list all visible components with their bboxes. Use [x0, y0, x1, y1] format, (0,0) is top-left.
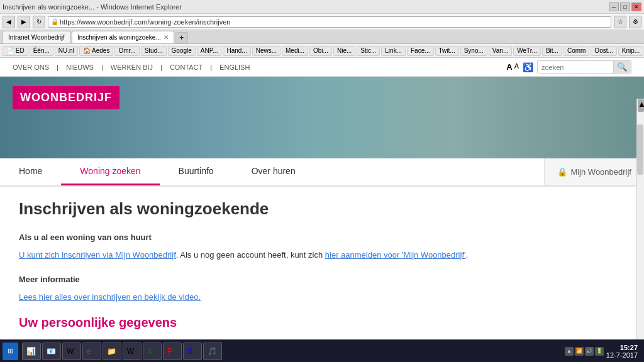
font-large-btn[interactable]: A — [506, 62, 512, 72]
taskbar-item-7[interactable]: X — [143, 343, 162, 360]
close-button[interactable]: ✕ — [631, 3, 641, 11]
taskbar-item-4[interactable]: e — [82, 343, 101, 360]
bookmark-link[interactable]: Link... — [381, 46, 406, 56]
taskbar-item-1[interactable]: 📊 — [22, 343, 41, 360]
bookmark-wetr[interactable]: WeTr... — [513, 46, 541, 56]
bookmark-google[interactable]: Google — [168, 46, 196, 56]
logo-box[interactable]: WOONBEDRIJF — [13, 86, 119, 109]
bookmark-omr[interactable]: Omr... — [114, 46, 139, 56]
tab-close-button[interactable]: ✕ — [164, 34, 169, 41]
browser-window: Inschrijven als woningzoeke... - Windows… — [0, 0, 644, 362]
accessibility-icon[interactable]: ♿ — [523, 62, 533, 72]
taskbar-item-9[interactable]: S — [183, 343, 202, 360]
new-tab-button[interactable]: + — [175, 32, 188, 43]
back-button[interactable]: ◀ — [3, 16, 15, 28]
window-controls: ─ □ ✕ — [609, 3, 641, 11]
bookmark-knip[interactable]: Knip... — [618, 46, 643, 56]
refresh-button[interactable]: ↻ — [33, 16, 45, 28]
site-header: WOONBEDRIJF — [0, 77, 644, 158]
nav-over-huren[interactable]: Over huren — [233, 158, 314, 185]
search-input[interactable] — [538, 62, 613, 72]
bookmark-comm[interactable]: Comm — [564, 46, 589, 56]
bookmark-aedes[interactable]: 🏠 Aedes — [79, 46, 114, 56]
link-lees-meer[interactable]: Lees hier alles over inschrijven en beki… — [19, 292, 201, 302]
link-aanmelden-mijn[interactable]: hier aanmelden voor 'Mijn Woonbedrijf' — [325, 250, 466, 260]
nav-woning-zoeken[interactable]: Woning zoeken — [61, 158, 159, 185]
scrollbar[interactable]: ▲ — [636, 99, 644, 362]
taskbar-item-6[interactable]: W — [123, 343, 142, 360]
tab-label-2: Inschrijven als woningzoeke... — [77, 34, 161, 41]
bookmark-oost[interactable]: Oost... — [591, 46, 616, 56]
nav-buurtinfo[interactable]: Buurtinfo — [160, 158, 233, 185]
bookmark-syno[interactable]: Syno... — [460, 46, 487, 56]
address-bar[interactable]: 🔒 https://www.woonbedrijf.com/woning-zoe… — [48, 16, 611, 28]
bookmark-een[interactable]: Één... — [30, 46, 53, 56]
taskbar-item-5[interactable]: 📁 — [103, 343, 121, 360]
link-inschrijven-mijn[interactable]: U kunt zich inschrijven via Mijn Woonbed… — [19, 250, 176, 260]
font-small-btn[interactable]: A — [514, 62, 519, 72]
start-button[interactable]: ⊞ — [3, 343, 18, 360]
search-button[interactable]: 🔍 — [613, 61, 631, 73]
bookmark-stud[interactable]: Stud... — [141, 46, 167, 56]
bookmark-bit[interactable]: Bit... — [542, 46, 562, 56]
taskbar-item-2[interactable]: 📧 — [42, 343, 61, 360]
scrollbar-thumb[interactable] — [637, 124, 643, 175]
meer-info-link: Lees hier alles over inschrijven en beki… — [19, 291, 547, 304]
taskbar-icon-3: W — [67, 347, 74, 356]
bookmark-news[interactable]: News... — [252, 46, 280, 56]
forward-button[interactable]: ▶ — [18, 16, 30, 28]
bookmark-medi[interactable]: Medi... — [282, 46, 308, 56]
taskbar-item-3[interactable]: W — [62, 343, 81, 360]
bookmark-stic[interactable]: Stic... — [357, 46, 380, 56]
info-section-2: Meer informatie Lees hier alles over ins… — [19, 273, 547, 303]
minimize-button[interactable]: ─ — [609, 3, 619, 11]
mijn-label: Mijn Woonbedrijf — [570, 167, 631, 177]
title-bar: Inschrijven als woningzoeke... - Windows… — [0, 0, 644, 14]
clock: 15:27 12-7-2017 — [606, 344, 638, 359]
link-nieuws[interactable]: NIEUWS — [66, 63, 94, 71]
taskbar-icon-4: e — [87, 347, 91, 356]
sep3: | — [160, 63, 162, 71]
ssl-icon: 🔒 — [51, 18, 58, 25]
tab-inschrijven[interactable]: Inschrijven als woningzoeke... ✕ — [72, 31, 174, 43]
taskbar-icon-8: P — [167, 347, 172, 356]
bookmark-hand[interactable]: Hand... — [223, 46, 250, 56]
sep1: | — [57, 63, 58, 71]
tray-icon-sound: 🔊 — [585, 347, 594, 356]
bookmark-nu[interactable]: NU.nl — [55, 46, 78, 56]
taskbar-icon-1: 📊 — [26, 347, 36, 356]
font-controls: A A — [506, 62, 519, 72]
taskbar: ⊞ 📊 📧 W e 📁 W X P S 🎵 — [0, 339, 644, 362]
taskbar-icon-9: S — [187, 347, 192, 356]
bookmark-face[interactable]: Face... — [407, 46, 434, 56]
maximize-button[interactable]: □ — [620, 3, 630, 11]
system-tray: ▲ 📶 🔊 🔋 15:27 12-7-2017 — [561, 344, 641, 359]
nav-home[interactable]: Home — [0, 158, 61, 185]
link-contact[interactable]: CONTACT — [170, 63, 203, 71]
page-content: Inschrijven als woningzoekende Als u al … — [0, 187, 566, 362]
search-box: 🔍 — [537, 60, 631, 74]
nav-bar: ◀ ▶ ↻ 🔒 https://www.woonbedrijf.com/woni… — [0, 14, 644, 30]
tab-intranet[interactable]: Intranet Woonbedrijf — [3, 31, 70, 43]
link-english[interactable]: ENGLISH — [219, 63, 250, 71]
link-over-ons[interactable]: OVER ONS — [13, 63, 49, 71]
bookmark-anp[interactable]: ANP... — [197, 46, 222, 56]
mijn-woonbedrijf-button[interactable]: 🔒 Mijn Woonbedrijf — [544, 158, 644, 185]
clock-time: 15:27 — [606, 344, 638, 351]
bookmark-twit[interactable]: Twit... — [435, 46, 459, 56]
mijn-lock-icon: 🔒 — [557, 167, 567, 177]
link-werken-bij[interactable]: WERKEN BIJ — [111, 63, 153, 71]
bookmark-obi[interactable]: Obi... — [309, 46, 332, 56]
taskbar-item-8[interactable]: P — [163, 343, 182, 360]
taskbar-item-10[interactable]: 🎵 — [203, 343, 222, 360]
bookmarks-bar: 📄 ED Één... NU.nl 🏠 Aedes Omr... Stud...… — [0, 44, 644, 58]
settings-button[interactable]: ⚙ — [629, 16, 641, 28]
taskbar-icon-10: 🎵 — [208, 347, 217, 356]
utility-links: OVER ONS | NIEUWS | WERKEN BIJ | CONTACT… — [13, 63, 501, 71]
scroll-up-btn[interactable]: ▲ — [638, 99, 644, 112]
bookmark-van[interactable]: Van... — [489, 46, 512, 56]
info-section-1: Als u al een woning van ons huurt U kunt… — [19, 231, 547, 261]
bookmark-ed[interactable]: 📄 ED — [3, 46, 28, 56]
star-button[interactable]: ☆ — [614, 16, 626, 28]
bookmark-nie[interactable]: Nie... — [333, 46, 355, 56]
